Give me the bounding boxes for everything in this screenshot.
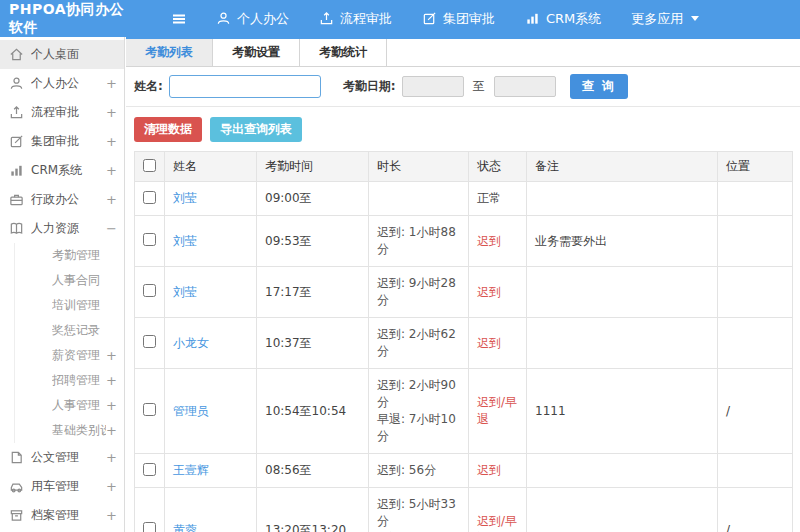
sidebar-submenu-hr: 考勤管理 人事合同 培训管理 奖惩记录 薪资管理 + 招聘管理 + 人事管理 +… (0, 243, 124, 443)
expand-plus[interactable]: + (106, 479, 117, 494)
tab-bar: 考勤列表 考勤设置 考勤统计 (126, 37, 800, 67)
nav-personal-office[interactable]: 个人办公 (216, 10, 289, 28)
chart-icon (525, 11, 540, 26)
expand-plus[interactable]: + (106, 508, 117, 523)
remark-cell (527, 454, 718, 488)
sidebar-item-human-resources[interactable]: 人力资源 − (0, 214, 124, 243)
user-icon (9, 76, 24, 91)
sidebar-item-personal-desktop[interactable]: 个人桌面 (0, 40, 124, 69)
col-time: 考勤时间 (257, 152, 369, 182)
name-link[interactable]: 王壹辉 (173, 463, 209, 477)
expand-plus[interactable]: + (106, 398, 117, 413)
name-input[interactable] (169, 75, 321, 98)
collapse-minus[interactable]: − (106, 221, 117, 236)
expand-plus[interactable]: + (106, 105, 117, 120)
name-link[interactable]: 管理员 (173, 404, 209, 418)
status-cell: 迟到 (469, 216, 527, 267)
row-checkbox[interactable] (143, 463, 156, 476)
date-from-input[interactable] (402, 76, 464, 97)
duration-cell: 迟到: 9小时28分 (369, 267, 469, 318)
nav-label: CRM系统 (546, 10, 601, 28)
sidebar-item-archive-mgmt[interactable]: 档案管理 + (0, 501, 124, 530)
sidebar-item-admin-office[interactable]: 行政办公 + (0, 185, 124, 214)
expand-plus[interactable]: + (106, 450, 117, 465)
select-all-checkbox[interactable] (143, 159, 156, 172)
app-logo: PHPOA协同办公软件 (0, 1, 128, 37)
remark-cell: 1111 (527, 369, 718, 454)
sidebar-item-group-approval[interactable]: 集团审批 + (0, 127, 124, 156)
archive-icon (9, 508, 24, 523)
row-checkbox[interactable] (143, 522, 156, 532)
car-icon (9, 479, 24, 494)
nav-group-approval[interactable]: 集团审批 (422, 10, 495, 28)
nav-workflow-approval[interactable]: 流程审批 (319, 10, 392, 28)
sidebar-subitem-recruit-mgmt[interactable]: 招聘管理 + (14, 368, 124, 393)
duration-cell: 迟到: 56分 (369, 454, 469, 488)
tab-attendance-list[interactable]: 考勤列表 (126, 39, 213, 66)
row-checkbox[interactable] (143, 403, 156, 416)
query-button[interactable]: 查 询 (570, 74, 628, 99)
sidebar-subitem-personnel-mgmt[interactable]: 人事管理 + (14, 393, 124, 418)
name-link[interactable]: 小龙女 (173, 336, 209, 350)
row-checkbox[interactable] (143, 284, 156, 297)
sidebar-item-personal-office[interactable]: 个人办公 + (0, 69, 124, 98)
search-form: 姓名: 考勤日期: 至 查 询 (126, 67, 800, 107)
time-cell: 09:53至 (257, 216, 369, 267)
sidebar-item-document-mgmt[interactable]: 公文管理 + (0, 443, 124, 472)
sidebar-subitem-training-mgmt[interactable]: 培训管理 (14, 293, 124, 318)
name-link[interactable]: 刘莹 (173, 234, 197, 248)
sidebar-item-workflow-approval[interactable]: 流程审批 + (0, 98, 124, 127)
sidebar-item-vehicle-mgmt[interactable]: 用车管理 + (0, 472, 124, 501)
name-label: 姓名: (134, 78, 163, 95)
sidebar-subitem-base-category-settings[interactable]: 基础类别设置 + (14, 418, 124, 443)
book-icon (9, 221, 24, 236)
table-row: 刘莹 17:17至 迟到: 9小时28分 迟到 (135, 267, 793, 318)
location-cell: / (718, 488, 793, 532)
name-link[interactable]: 刘莹 (173, 191, 197, 205)
row-checkbox[interactable] (143, 233, 156, 246)
attendance-table-wrap: 姓名 考勤时间 时长 状态 备注 位置 刘莹 09:00至 正常 (126, 151, 800, 532)
expand-plus[interactable]: + (106, 76, 117, 91)
date-to-input[interactable] (494, 76, 556, 97)
row-checkbox[interactable] (143, 191, 156, 204)
doc-icon (9, 450, 24, 465)
sidebar-subitem-reward-punishment[interactable]: 奖惩记录 (14, 318, 124, 343)
caret-down-icon (691, 16, 699, 21)
table-row: 管理员 10:54至10:54 迟到: 2小时90分 早退: 7小时10分 迟到… (135, 369, 793, 454)
action-buttons: 清理数据 导出查询列表 (126, 107, 800, 151)
row-checkbox[interactable] (143, 335, 156, 348)
remark-cell (527, 488, 718, 532)
tab-attendance-stats[interactable]: 考勤统计 (300, 39, 387, 66)
duration-cell: 迟到: 1小时88分 (369, 216, 469, 267)
sidebar-subitem-hr-contract[interactable]: 人事合同 (14, 268, 124, 293)
sidebar-item-crm-system[interactable]: CRM系统 + (0, 156, 124, 185)
col-status: 状态 (469, 152, 527, 182)
table-row: 小龙女 10:37至 迟到: 2小时62分 迟到 (135, 318, 793, 369)
sidebar-subitem-attendance-mgmt[interactable]: 考勤管理 (14, 243, 124, 268)
chart-icon (9, 163, 24, 178)
export-list-button[interactable]: 导出查询列表 (210, 117, 302, 142)
table-row: 刘莹 09:00至 正常 (135, 182, 793, 216)
expand-plus[interactable]: + (106, 192, 117, 207)
nav-crm-system[interactable]: CRM系统 (525, 10, 601, 28)
time-cell: 17:17至 (257, 267, 369, 318)
remark-cell (527, 182, 718, 216)
expand-plus[interactable]: + (106, 134, 117, 149)
clean-data-button[interactable]: 清理数据 (134, 117, 202, 142)
expand-plus[interactable]: + (106, 373, 117, 388)
sidebar-subitem-salary-mgmt[interactable]: 薪资管理 + (14, 343, 124, 368)
col-location: 位置 (718, 152, 793, 182)
table-header-row: 姓名 考勤时间 时长 状态 备注 位置 (135, 152, 793, 182)
tab-attendance-settings[interactable]: 考勤设置 (213, 39, 300, 66)
name-link[interactable]: 刘莹 (173, 285, 197, 299)
expand-plus[interactable]: + (106, 423, 117, 438)
location-cell (718, 318, 793, 369)
hamburger-menu-icon[interactable] (170, 11, 188, 27)
name-link[interactable]: 黄蓉 (173, 523, 197, 532)
location-cell (718, 182, 793, 216)
expand-plus[interactable]: + (106, 348, 117, 363)
briefcase-icon (9, 192, 24, 207)
expand-plus[interactable]: + (106, 163, 117, 178)
nav-more-apps[interactable]: 更多应用 (631, 10, 699, 28)
flow-icon (319, 11, 334, 26)
